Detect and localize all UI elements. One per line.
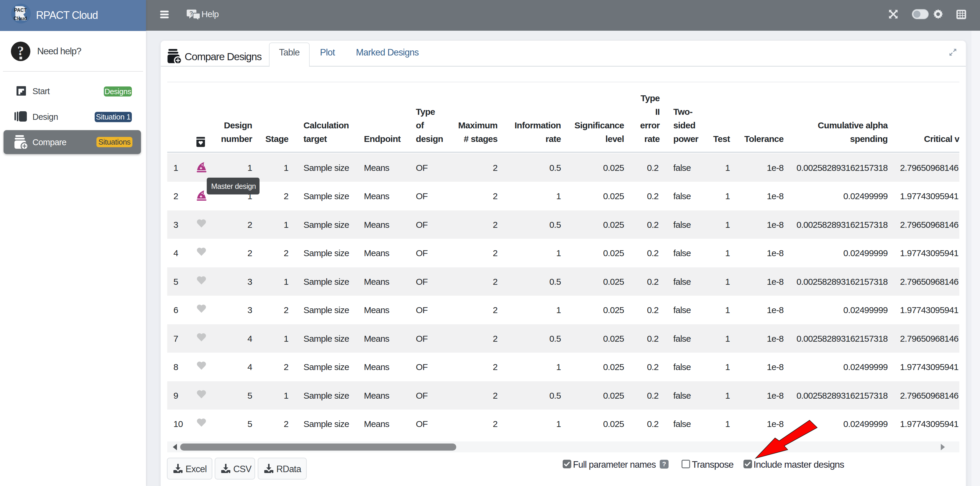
svg-text:PACT: PACT [14, 8, 27, 13]
svg-text:Cloud: Cloud [14, 16, 27, 21]
svg-text:?: ? [189, 10, 193, 16]
svg-text:?: ? [18, 44, 24, 58]
